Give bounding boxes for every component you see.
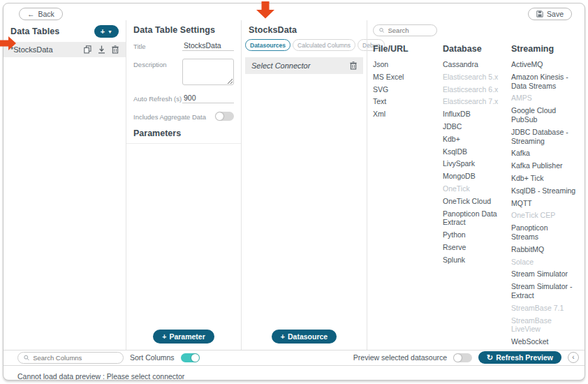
description-field[interactable] [182,59,234,85]
refresh-preview-label: Refresh Preview [496,353,553,362]
connector-item[interactable]: AMPS [511,94,580,103]
data-table-list-item[interactable]: *StocksData [3,42,126,57]
connector-item[interactable]: KsqlDB [443,147,511,156]
parameters-empty-area [126,143,241,325]
connector-item[interactable]: SVG [373,85,443,94]
connector-item[interactable]: OneTick CEP [511,211,580,220]
connector-column-streaming: Streaming ActiveMQAmazon Kinesis - Data … [511,44,580,350]
trash-icon[interactable] [112,45,119,54]
preview-datasource-label: Preview selected datasource [353,353,447,362]
connector-item[interactable]: WebSocket [511,337,580,346]
connector-catalog-panel: File/URL JsonMS ExcelSVGTextXml Database… [367,20,585,350]
export-icon[interactable] [98,45,105,54]
title-field[interactable] [182,40,234,51]
back-button-label: Back [38,10,54,18]
add-parameter-button[interactable]: + Parameter [153,330,214,344]
settings-form: Title Description Auto Refresh (s) Inclu… [126,39,241,128]
connector-item[interactable]: Json [373,60,443,69]
settings-title: Data Table Settings [133,25,215,35]
connector-item[interactable]: Stream Simulator - Extract [511,282,580,300]
connector-item[interactable]: JDBC [443,122,511,131]
preview-status-message: Cannot load data preview : Please select… [17,372,585,381]
connector-column-file-url: File/URL JsonMS ExcelSVGTextXml [373,44,443,350]
plus-icon: + [101,27,105,36]
preview-datasource-toggle[interactable] [453,353,472,362]
connector-item[interactable]: Amazon Kinesis - Data Streams [511,73,580,91]
columns-search[interactable] [17,352,124,364]
aggregate-toggle[interactable] [215,112,234,121]
connector-item[interactable]: ActiveMQ [511,60,580,69]
connector-item[interactable]: Cassandra [443,60,511,69]
pointer-arrow-left [0,36,17,51]
connector-item[interactable]: JDBC Database - Streaming [511,128,580,146]
pointer-arrow-down [256,1,275,19]
add-parameter-label: Parameter [169,332,205,341]
connector-list: JsonMS ExcelSVGTextXml [373,60,443,119]
top-bar: ← Back Save [3,3,585,20]
connector-item[interactable]: Kafka [511,149,580,158]
connector-item[interactable]: OneTick Cloud [443,197,511,206]
data-preview-area: Cannot load data preview : Please select… [3,366,585,381]
refresh-icon: ↻ [487,354,493,362]
connector-item[interactable]: StreamBase 7.1 [511,304,580,313]
add-datasource-button[interactable]: + Datasource [272,330,337,344]
connector-search[interactable] [373,24,437,36]
add-datasource-label: Datasource [288,332,328,341]
connector-item[interactable]: OneTick [443,184,511,193]
connector-item[interactable]: Splunk [443,256,511,265]
parameters-section-title: Parameters [126,128,241,143]
select-connector-label: Select Connector [251,61,310,70]
back-button[interactable]: ← Back [19,8,63,20]
datasources-panel: StocksData Datasources Calculated Column… [241,20,367,350]
connector-item[interactable]: Elasticsearch 5.x [443,73,511,82]
connector-item[interactable]: LivySpark [443,159,511,168]
caret-down-icon: ▼ [108,29,112,34]
columns-search-input[interactable] [33,354,117,362]
connector-item[interactable]: Google Cloud PubSub [511,106,580,124]
connector-item[interactable]: Stream Simulator [511,269,580,279]
connector-item[interactable]: Kdb+ [443,135,511,144]
connector-item[interactable]: Text [373,97,443,106]
preview-toolbar: Sort Columns Preview selected datasource… [3,350,585,366]
connector-list: ActiveMQAmazon Kinesis - Data StreamsAMP… [511,60,580,346]
save-button-label: Save [547,10,564,18]
copy-icon[interactable] [84,45,91,54]
connector-item[interactable]: Elasticsearch 7.x [443,97,511,106]
datasources-header: StocksData [242,20,367,39]
app-window: ← Back Save Data Tables + ▼ *StocksData [3,3,585,381]
connector-item[interactable]: Xml [373,110,443,119]
connector-item[interactable]: Rserve [443,243,511,252]
sort-columns-toggle[interactable] [181,353,200,362]
connector-item[interactable]: InfluxDB [443,110,511,119]
tab-calculated-columns[interactable]: Calculated Columns [293,39,355,51]
connector-item[interactable]: Kdb+ Tick [511,174,580,183]
connector-item[interactable]: MQTT [511,199,580,208]
tab-datasources[interactable]: Datasources [245,39,291,51]
auto-refresh-field[interactable] [182,93,234,103]
connector-column-database: Database CassandraElasticsearch 5.xElast… [443,44,511,350]
trash-icon[interactable] [350,61,357,70]
connector-item[interactable]: Kafka Publisher [511,161,580,170]
connector-item[interactable]: Elasticsearch 6.x [443,85,511,94]
connector-list: CassandraElasticsearch 5.xElasticsearch … [443,60,511,265]
connector-item[interactable]: Python [443,230,511,239]
connector-item[interactable]: MS Excel [373,73,443,82]
connector-item[interactable]: Panopticon Data Extract [443,209,511,228]
refresh-preview-button[interactable]: ↻ Refresh Preview [478,351,561,364]
data-tables-header: Data Tables + ▼ [3,20,126,42]
connector-item[interactable]: KsqlDB - Streaming [511,186,580,195]
save-button[interactable]: Save [528,8,572,20]
select-connector-row[interactable]: Select Connector [245,57,363,74]
connector-item[interactable]: Panopticon Streams [511,223,580,242]
connector-item[interactable]: Solace [511,258,580,267]
description-field-label: Description [133,59,182,68]
connector-item[interactable]: MongoDB [443,172,511,181]
collapse-panel-button[interactable]: ‹ [568,352,579,363]
connector-item[interactable]: RabbitMQ [511,245,580,254]
connector-category-title: File/URL [373,44,443,54]
add-data-table-button[interactable]: + ▼ [94,25,119,38]
connector-search-input[interactable] [388,27,431,34]
connector-category-title: Streaming [511,44,580,54]
connector-item[interactable]: StreamBase LiveView [511,316,580,334]
datasources-tabs: Datasources Calculated Columns Debug [242,39,367,56]
